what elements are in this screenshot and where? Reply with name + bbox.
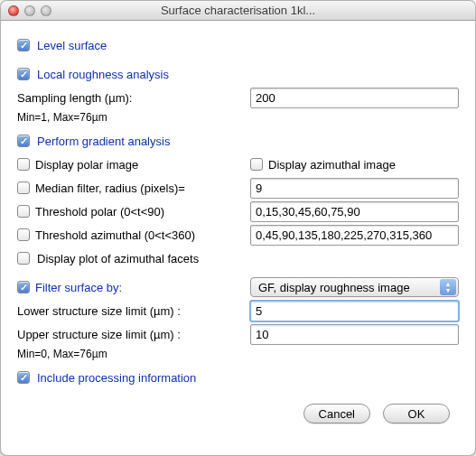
dialog-buttons: Cancel OK xyxy=(17,404,459,423)
checkbox-threshold-azimuthal[interactable] xyxy=(17,228,30,241)
window-title: Surface characterisation 1kl... xyxy=(1,4,475,17)
label-upper-limit: Upper structure size limit (µm) : xyxy=(17,328,181,341)
checkbox-display-plot-facets[interactable] xyxy=(17,252,30,265)
label-filter-surface: Filter surface by: xyxy=(35,281,122,294)
checkbox-gradient[interactable] xyxy=(17,135,30,147)
row-local-roughness: Local roughness analysis xyxy=(17,62,459,86)
cancel-button-label: Cancel xyxy=(319,407,355,421)
checkbox-local-roughness[interactable] xyxy=(17,68,30,80)
row-threshold-azimuthal: Threshold azimuthal (0<t<360) xyxy=(17,223,459,247)
row-display-plot-facets: Display plot of azimuthal facets xyxy=(17,247,459,270)
label-threshold-azimuthal: Threshold azimuthal (0<t<360) xyxy=(35,228,195,242)
select-filter-surface[interactable]: GF, display roughness image xyxy=(250,277,459,297)
row-filter-surface: Filter surface by: GF, display roughness… xyxy=(17,275,459,299)
label-local-roughness: Local roughness analysis xyxy=(37,68,169,81)
input-threshold-azimuthal[interactable] xyxy=(250,225,459,246)
row-level-surface: Level surface xyxy=(17,33,459,57)
ok-button[interactable]: OK xyxy=(383,404,450,423)
row-include-proc: Include processing information xyxy=(17,366,459,389)
dialog-content: Level surface Local roughness analysis S… xyxy=(1,21,475,436)
dialog-window: Surface characterisation 1kl... Level su… xyxy=(0,0,476,456)
label-lower-limit: Lower structure size limit (µm) : xyxy=(17,304,181,318)
checkbox-display-polar[interactable] xyxy=(17,158,30,171)
checkbox-threshold-polar[interactable] xyxy=(17,205,30,218)
label-threshold-polar: Threshold polar (0<t<90) xyxy=(35,205,164,219)
label-include-proc: Include processing information xyxy=(37,371,196,385)
traffic-lights xyxy=(8,5,51,16)
row-gradient: Perform gradient analysis xyxy=(17,129,459,153)
minimize-icon[interactable] xyxy=(24,5,35,16)
label-level-surface: Level surface xyxy=(37,39,107,52)
input-lower-limit[interactable] xyxy=(250,301,459,321)
hint-sampling: Min=1, Max=76µm xyxy=(17,111,459,124)
chevron-updown-icon xyxy=(440,279,456,295)
cancel-button[interactable]: Cancel xyxy=(303,404,370,423)
row-display-images: Display polar image Display azimuthal im… xyxy=(17,153,459,176)
checkbox-display-azimuthal[interactable] xyxy=(250,158,263,171)
row-median-filter: Median filter, radius (pixels)= xyxy=(17,176,459,200)
label-display-plot-facets: Display plot of azimuthal facets xyxy=(37,252,199,265)
checkbox-filter-surface[interactable] xyxy=(17,281,30,293)
label-sampling-length: Sampling length (µm): xyxy=(17,91,132,105)
ok-button-label: OK xyxy=(408,407,425,421)
row-threshold-polar: Threshold polar (0<t<90) xyxy=(17,200,459,223)
zoom-icon[interactable] xyxy=(41,5,51,16)
input-threshold-polar[interactable] xyxy=(250,201,459,222)
hint-limits: Min=0, Max=76µm xyxy=(17,348,459,360)
input-median-filter[interactable] xyxy=(250,178,459,199)
label-median-filter: Median filter, radius (pixels)= xyxy=(35,181,185,195)
input-sampling-length[interactable] xyxy=(250,88,459,108)
label-gradient: Perform gradient analysis xyxy=(37,135,170,148)
label-display-polar: Display polar image xyxy=(35,158,138,172)
row-lower-limit: Lower structure size limit (µm) : xyxy=(17,299,459,322)
checkbox-median-filter[interactable] xyxy=(17,181,30,194)
checkbox-include-proc[interactable] xyxy=(17,371,30,384)
label-display-azimuthal: Display azimuthal image xyxy=(268,158,396,172)
close-icon[interactable] xyxy=(8,5,19,16)
row-sampling-length: Sampling length (µm): xyxy=(17,86,459,109)
checkbox-level-surface[interactable] xyxy=(17,39,30,51)
select-filter-surface-value: GF, display roughness image xyxy=(258,281,410,294)
input-upper-limit[interactable] xyxy=(250,324,459,345)
row-upper-limit: Upper structure size limit (µm) : xyxy=(17,322,459,346)
titlebar: Surface characterisation 1kl... xyxy=(1,1,475,21)
